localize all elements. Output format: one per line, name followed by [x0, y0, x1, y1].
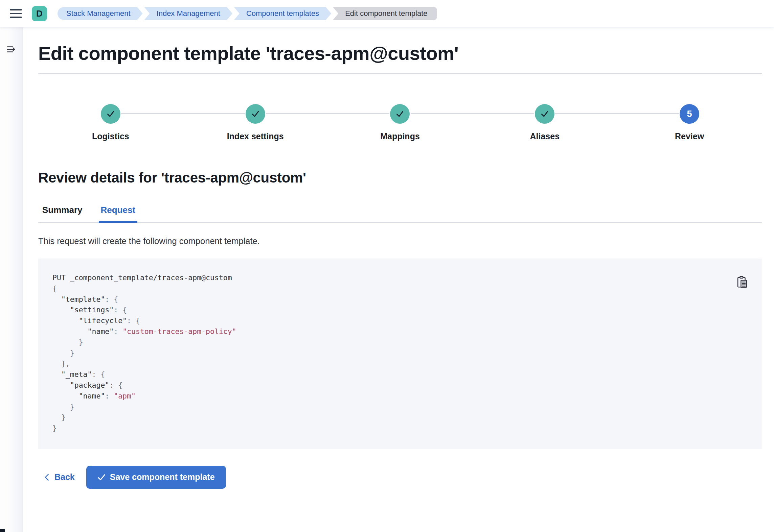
check-icon — [106, 110, 115, 118]
step-label: Index settings — [227, 131, 284, 141]
main-content: Edit component template 'traces-apm@cust… — [23, 27, 774, 532]
code-line: } — [52, 402, 748, 412]
step-logistics[interactable]: Logistics — [38, 104, 183, 141]
step-index-settings[interactable]: Index settings — [183, 104, 328, 141]
code-line: "package": { — [52, 380, 748, 391]
step-label: Logistics — [92, 131, 129, 141]
breadcrumb-item[interactable]: Stack Management — [58, 7, 143, 20]
check-icon — [97, 473, 106, 481]
copy-to-clipboard-button[interactable] — [735, 275, 749, 289]
back-button[interactable]: Back — [44, 472, 75, 482]
tab-request[interactable]: Request — [99, 205, 138, 222]
save-component-template-button[interactable]: Save component template — [86, 466, 226, 489]
code-line: } — [52, 423, 748, 434]
check-icon — [540, 110, 549, 118]
code-line: "_meta": { — [52, 369, 748, 380]
title-divider — [38, 73, 762, 74]
step-complete-circle — [535, 104, 554, 124]
code-line: { — [52, 283, 748, 294]
code-line: } — [52, 337, 748, 348]
code-line: "name": "custom-traces-apm-policy" — [52, 326, 748, 337]
code-line: "name": "apm" — [52, 391, 748, 402]
menu-hamburger-button[interactable] — [10, 5, 26, 22]
top-navigation-bar: D Stack ManagementIndex ManagementCompon… — [0, 0, 774, 27]
collapsed-sidebar — [0, 27, 23, 532]
chevron-left-icon — [44, 474, 50, 481]
step-mappings[interactable]: Mappings — [328, 104, 473, 141]
request-description: This request will create the following c… — [38, 236, 762, 246]
save-button-label: Save component template — [110, 472, 215, 482]
check-icon — [251, 110, 260, 118]
review-heading: Review details for 'traces-apm@custom' — [38, 170, 762, 186]
code-line: } — [52, 412, 748, 423]
step-label: Mappings — [380, 131, 420, 141]
breadcrumb-item[interactable]: Index Management — [144, 7, 232, 20]
step-label: Aliases — [530, 131, 560, 141]
check-icon — [395, 110, 404, 118]
code-line: }, — [52, 358, 748, 369]
wizard-stepper: LogisticsIndex settingsMappingsAliases5R… — [38, 104, 762, 141]
bottom-corner-widget — [0, 529, 5, 532]
code-line: PUT _component_template/traces-apm@custo… — [52, 272, 748, 283]
step-complete-circle — [246, 104, 265, 124]
breadcrumb-item: Edit component template — [333, 7, 437, 20]
step-aliases[interactable]: Aliases — [472, 104, 617, 141]
code-line: } — [52, 348, 748, 359]
back-button-label: Back — [54, 472, 75, 482]
tab-summary[interactable]: Summary — [40, 205, 85, 222]
footer-actions: Back Save component template — [38, 466, 762, 489]
code-line: "template": { — [52, 294, 748, 305]
step-complete-circle — [101, 104, 120, 124]
page-title: Edit component template 'traces-apm@cust… — [38, 43, 762, 64]
code-line: "lifecycle": { — [52, 315, 748, 326]
space-avatar[interactable]: D — [32, 6, 47, 21]
breadcrumb: Stack ManagementIndex ManagementComponen… — [58, 7, 439, 20]
copy-clipboard-icon — [735, 275, 749, 289]
request-code: PUT _component_template/traces-apm@custo… — [52, 272, 748, 434]
request-code-block: PUT _component_template/traces-apm@custo… — [38, 259, 762, 449]
step-complete-circle — [390, 104, 410, 124]
menu-right-icon — [5, 43, 18, 55]
step-review[interactable]: 5Review — [617, 104, 762, 141]
nav-expand-button[interactable] — [5, 43, 18, 56]
step-current-circle: 5 — [680, 104, 699, 124]
breadcrumb-item[interactable]: Component templates — [234, 7, 331, 20]
hamburger-icon — [10, 9, 22, 10]
code-line: "settings": { — [52, 305, 748, 315]
step-label: Review — [675, 131, 704, 141]
review-tabs: SummaryRequest — [38, 205, 762, 223]
